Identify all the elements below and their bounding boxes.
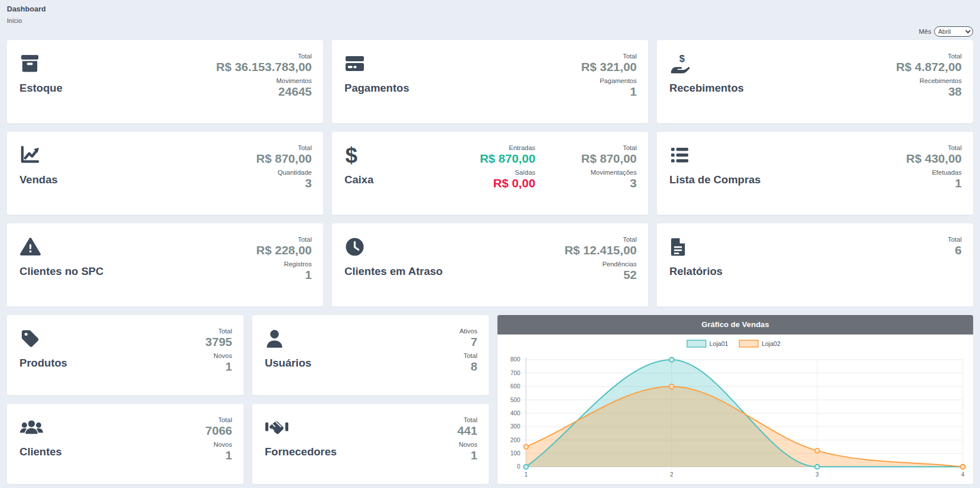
- card-title: Usuários: [265, 357, 311, 369]
- sales-area-chart: 01002003004005006007008001234Loja01Loja0…: [497, 334, 973, 484]
- dashboard-page: Dashboard Início Mês Abril Estoque Total…: [0, 0, 980, 484]
- svg-text:100: 100: [510, 450, 520, 456]
- card-fornecedores[interactable]: Fornecedores Total441Novos1: [252, 404, 489, 484]
- stat-value: 6: [955, 243, 962, 257]
- stat-column: TotalR$ 36.153.783,00Movimentos24645: [216, 53, 312, 116]
- svg-text:500: 500: [510, 397, 520, 403]
- card-clientes-em-atraso[interactable]: Clientes em Atraso TotalR$ 12.415,00Pend…: [332, 223, 648, 306]
- svg-text:Loja02: Loja02: [762, 340, 781, 347]
- stat-column: TotalR$ 870,00Quantidade3: [256, 144, 312, 208]
- stat-column: TotalR$ 321,00Pagamentos1: [581, 53, 637, 116]
- stat-value: 7: [471, 335, 477, 348]
- list-icon: [669, 144, 693, 166]
- stat-label: Novos: [458, 441, 477, 448]
- card-usuarios[interactable]: Usuários Ativos7Total8: [252, 315, 489, 395]
- month-filter-row: Mês Abril: [7, 25, 973, 38]
- stat-column: TotalR$ 228,00Registros1: [256, 236, 312, 300]
- stat-value: R$ 228,00: [256, 243, 312, 257]
- stat-label: Total: [623, 236, 637, 243]
- stat-label: Novos: [213, 352, 232, 359]
- stat-label: Total: [948, 53, 962, 60]
- card-title: Produtos: [19, 357, 67, 369]
- stat-value: 1: [305, 268, 312, 281]
- month-select[interactable]: Abril: [934, 26, 973, 37]
- stat-value: 1: [471, 448, 477, 462]
- card-lista-de-compras[interactable]: Lista de Compras TotalR$ 430,00Efetuadas…: [657, 132, 973, 215]
- card-title: Clientes: [19, 446, 62, 458]
- stat-value: R$ 870,00: [480, 152, 535, 165]
- stat-value: 1: [225, 448, 232, 462]
- stat-cards-grid: Estoque TotalR$ 36.153.783,00Movimentos2…: [7, 40, 973, 306]
- stat-value: 3795: [205, 335, 232, 348]
- card-vendas[interactable]: Vendas TotalR$ 870,00Quantidade3: [7, 132, 323, 215]
- svg-text:400: 400: [510, 410, 520, 416]
- stat-column: TotalR$ 4.872,00Recebimentos38: [896, 53, 962, 116]
- stat-label: Movimentos: [276, 77, 312, 84]
- card-recebimentos[interactable]: $ Recebimentos TotalR$ 4.872,00Recebimen…: [657, 40, 973, 123]
- stat-column: Ativos7Total8: [460, 328, 477, 388]
- stat-label: Pagamentos: [599, 77, 637, 84]
- stat-value: 3: [630, 176, 637, 190]
- stat-value: R$ 4.872,00: [896, 60, 962, 73]
- stat-label: Total: [298, 236, 312, 243]
- svg-text:600: 600: [510, 383, 520, 389]
- card-produtos[interactable]: Produtos Total3795Novos1: [7, 315, 244, 395]
- box-icon: [19, 53, 44, 74]
- stat-value: R$ 12.415,00: [565, 243, 637, 257]
- stat-value: R$ 870,00: [581, 152, 637, 165]
- svg-text:2: 2: [670, 471, 673, 478]
- stat-label: Ativos: [460, 328, 477, 334]
- stat-label: Total: [464, 352, 477, 359]
- svg-text:0: 0: [517, 463, 520, 470]
- stat-column: Total441Novos1: [457, 416, 477, 477]
- stat-value: R$ 36.153.783,00: [216, 60, 312, 73]
- stat-label: Total: [218, 416, 232, 423]
- stat-label: Total: [298, 144, 312, 151]
- card-clientes-no-spc[interactable]: Clientes no SPC TotalR$ 228,00Registros1: [7, 223, 323, 306]
- card-title: Clientes no SPC: [19, 265, 104, 278]
- card-caixa[interactable]: $ Caixa EntradasR$ 870,00SaídasR$ 0,00To…: [332, 132, 648, 215]
- svg-text:200: 200: [510, 437, 520, 443]
- card-estoque[interactable]: Estoque TotalR$ 36.153.783,00Movimentos2…: [7, 40, 323, 123]
- stat-value: R$ 430,00: [906, 152, 962, 165]
- card-title: Clientes em Atraso: [344, 265, 442, 278]
- stat-label: Total: [948, 144, 962, 151]
- stat-column: Total7066Novos1: [205, 416, 232, 477]
- stat-value: 441: [457, 424, 477, 437]
- card-relatorios[interactable]: Relatórios Total6: [657, 223, 973, 306]
- stat-column: TotalR$ 12.415,00Pendências52: [565, 236, 637, 300]
- stat-label: Total: [623, 53, 637, 60]
- svg-text:300: 300: [510, 423, 520, 430]
- users-icon: [19, 416, 44, 438]
- stat-label: Recebimentos: [919, 77, 962, 84]
- svg-text:$: $: [345, 144, 357, 167]
- stat-value: 38: [948, 85, 962, 98]
- card-title: Caixa: [344, 174, 374, 186]
- bottom-grid: Produtos Total3795Novos1 Usuários Ativos…: [7, 315, 973, 484]
- stat-column: EntradasR$ 870,00SaídasR$ 0,00: [480, 144, 535, 208]
- dollar-icon: $: [344, 144, 369, 166]
- stat-label: Total: [218, 328, 232, 334]
- stat-value: 1: [955, 176, 962, 190]
- stat-label: Total: [298, 53, 312, 60]
- card-clientes[interactable]: Clientes Total7066Novos1: [7, 404, 244, 484]
- card-title: Estoque: [19, 82, 62, 95]
- card-title: Fornecedores: [265, 446, 337, 458]
- svg-text:800: 800: [510, 356, 520, 363]
- card-title: Lista de Compras: [669, 174, 761, 186]
- stat-value: R$ 870,00: [256, 152, 312, 165]
- stat-label: Total: [464, 416, 477, 423]
- page-title: Dashboard: [7, 5, 973, 13]
- stat-column: TotalR$ 870,00Movimentações3: [581, 144, 637, 208]
- stat-value: 1: [225, 360, 232, 373]
- user-icon: [265, 328, 289, 349]
- clock-icon: [344, 236, 369, 258]
- svg-text:4: 4: [961, 471, 965, 478]
- stat-label: Total: [623, 144, 637, 151]
- handshake-icon: [265, 416, 289, 438]
- card-pagamentos[interactable]: Pagamentos TotalR$ 321,00Pagamentos1: [332, 40, 648, 123]
- stat-label: Saídas: [515, 169, 535, 176]
- stat-value: 24645: [279, 85, 312, 98]
- svg-text:1: 1: [524, 471, 528, 478]
- stat-label: Entradas: [509, 144, 535, 151]
